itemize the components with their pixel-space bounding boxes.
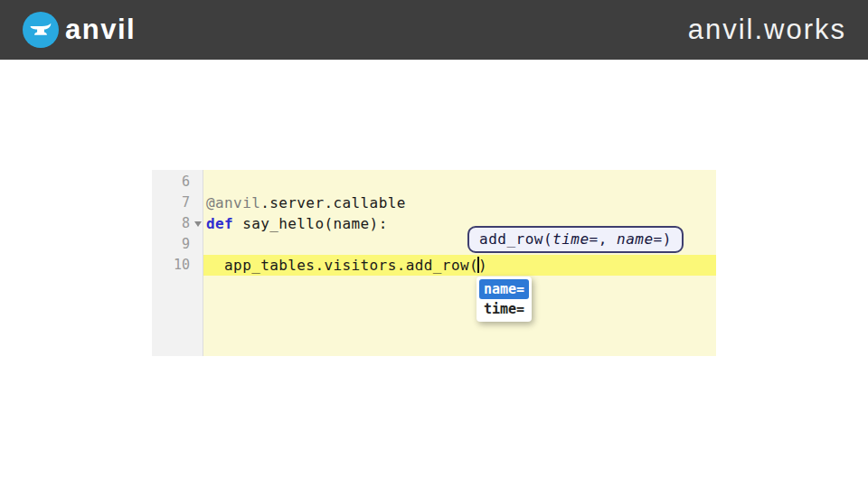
- line-number: 7: [152, 192, 203, 213]
- code-line-10-active[interactable]: app_tables.visitors.add_row(): [203, 255, 716, 276]
- code-token: ): [478, 257, 487, 274]
- code-line-6[interactable]: [203, 172, 716, 192]
- line-number-gutter: 6 7 8 9 10: [152, 170, 203, 356]
- signature-param-time: time: [552, 230, 590, 248]
- code-token: .server.callable: [260, 194, 406, 211]
- header-bar: anvil anvil.works: [0, 0, 868, 60]
- line-number: 8: [152, 213, 203, 234]
- anvil-logo-icon: [23, 12, 59, 48]
- line-number: 6: [152, 172, 203, 192]
- signature-param-name: name: [617, 230, 654, 248]
- line-number: 9: [152, 234, 203, 255]
- keyword-token: def: [206, 215, 233, 232]
- anvil-icon: [29, 18, 52, 42]
- signature-end: =): [654, 230, 672, 248]
- code-fold-arrow-icon[interactable]: [194, 221, 202, 227]
- code-editor[interactable]: 6 7 8 9 10 @anvil.server.callable def sa…: [152, 170, 716, 356]
- line-number-text: 8: [182, 215, 190, 231]
- brand-wordmark: anvil: [65, 14, 136, 46]
- signature-fn: add_row(: [479, 230, 552, 248]
- decorator-token: @anvil: [206, 194, 260, 211]
- code-line-7[interactable]: @anvil.server.callable: [203, 192, 716, 213]
- code-area[interactable]: @anvil.server.callable def say_hello(nam…: [203, 170, 716, 356]
- code-token: app_tables.visitors.add_row(: [206, 257, 478, 274]
- autocomplete-item-name[interactable]: name=: [479, 279, 529, 299]
- signature-hint-tooltip: add_row(time=, name=): [467, 226, 684, 253]
- code-token: say_hello(name):: [233, 215, 388, 232]
- site-wordmark: anvil.works: [688, 14, 846, 46]
- autocomplete-item-time[interactable]: time=: [479, 299, 529, 319]
- autocomplete-dropdown[interactable]: name= time=: [476, 277, 532, 322]
- signature-separator: =,: [590, 230, 617, 248]
- line-number: 10: [152, 255, 203, 276]
